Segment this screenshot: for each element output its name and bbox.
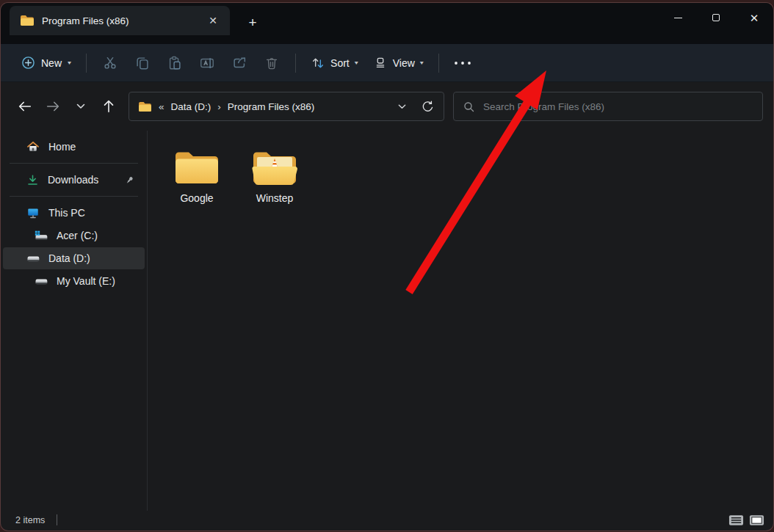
delete-button[interactable] [256,50,288,76]
close-tab-icon[interactable]: ✕ [203,11,223,30]
sidebar-item-label: My Vault (E:) [57,275,115,287]
breadcrumb-separator-icon: › [217,101,221,112]
status-divider [57,514,57,525]
toolbar-separator [438,54,439,73]
file-list: Google Winstep [148,131,773,511]
paste-button[interactable] [159,50,191,76]
titlebar: Program Files (x86) ✕ + ✕ [1,3,773,44]
item-count: 2 items [15,515,45,525]
pin-icon [124,175,135,186]
view-button[interactable]: View ▾ [366,50,431,76]
toolbar-separator [295,54,296,73]
sidebar-item-my-vault-e[interactable]: My Vault (E:) [3,270,145,292]
sort-button[interactable]: Sort ▾ [303,50,366,76]
monitor-icon [26,206,40,220]
up-arrow-icon [101,98,117,114]
chevron-down-icon: ▾ [68,59,71,66]
address-dropdown-icon[interactable] [397,102,407,112]
forward-button[interactable] [39,93,67,120]
share-button[interactable] [223,50,256,76]
scissors-icon [102,55,118,71]
copy-button[interactable] [126,50,159,76]
address-bar[interactable]: « Data (D:) › Program Files (x86) [129,92,444,121]
search-box[interactable] [453,92,763,121]
sidebar-item-this-pc[interactable]: This PC [3,202,145,224]
minimize-button[interactable] [659,3,697,32]
forward-arrow-icon [45,98,61,114]
close-icon: ✕ [750,12,759,23]
trash-icon [264,55,280,71]
windows-drive-icon [34,230,48,242]
sidebar-separator [10,163,138,164]
status-bar: 2 items [1,511,773,531]
explorer-tab[interactable]: Program Files (x86) ✕ [10,6,230,35]
see-more-button[interactable] [446,50,479,76]
sort-label: Sort [330,57,350,69]
sidebar: Home Downloads [1,131,148,511]
folder-tile-winstep[interactable]: Winstep [246,149,303,204]
back-arrow-icon [17,98,33,114]
download-icon [26,173,40,187]
view-icon [373,56,388,70]
toolbar-separator [86,54,87,73]
clipboard-icon [167,55,183,71]
chevron-down-icon [76,101,86,112]
search-icon [463,101,475,113]
recent-locations-button[interactable] [67,93,95,120]
folder-icon [138,101,152,112]
sidebar-item-home[interactable]: Home [3,136,145,158]
close-window-button[interactable]: ✕ [735,3,773,32]
closed-folder-icon [173,149,220,187]
search-input[interactable] [483,101,753,112]
refresh-icon[interactable] [421,100,435,114]
copy-icon [134,55,151,71]
sidebar-item-label: Acer (C:) [57,230,98,241]
up-button[interactable] [95,93,123,120]
new-tab-button[interactable]: + [240,12,265,34]
sidebar-item-downloads[interactable]: Downloads [3,169,145,191]
view-label: View [393,57,415,69]
folder-name: Google [180,192,213,204]
share-icon [231,55,247,71]
file-explorer-window: Program Files (x86) ✕ + ✕ New ▾ [1,3,773,531]
drive-icon [26,252,40,265]
see-more-icon [454,61,471,65]
sidebar-item-data-d[interactable]: Data (D:) [3,247,145,269]
rename-button[interactable] [191,50,223,76]
maximize-icon [712,14,720,21]
folder-name: Winstep [256,192,294,204]
open-folder-cone-icon [251,149,298,187]
home-icon [26,140,40,154]
breadcrumb-collapse[interactable]: « [159,101,164,112]
sidebar-separator [10,196,138,197]
new-button[interactable]: New ▾ [14,50,79,76]
details-view-icon[interactable] [728,514,744,526]
sidebar-item-label: Downloads [48,174,98,186]
folder-tile-google[interactable]: Google [168,149,225,204]
folder-icon [20,15,35,26]
large-icons-view-icon[interactable] [749,514,764,526]
view-toggles [728,514,764,526]
window-controls: ✕ [659,3,773,32]
chevron-down-icon: ▾ [420,59,424,66]
new-button-label: New [41,57,62,69]
navigation-bar: « Data (D:) › Program Files (x86) [1,82,773,131]
cut-button[interactable] [94,50,126,76]
breadcrumb-item-program-files[interactable]: Program Files (x86) [228,101,315,112]
drive-icon [34,275,48,288]
sidebar-item-label: This PC [48,207,85,219]
breadcrumb-item-data-d[interactable]: Data (D:) [171,101,211,112]
sidebar-item-label: Home [48,141,76,153]
plus-circle-icon [21,56,35,70]
rename-icon [199,55,215,71]
minimize-icon [674,18,682,18]
maximize-button[interactable] [697,3,735,32]
sidebar-item-acer-c[interactable]: Acer (C:) [3,225,145,247]
command-bar: New ▾ [1,44,773,82]
explorer-body: Home Downloads [1,131,773,511]
sort-icon [311,56,325,70]
chevron-down-icon: ▾ [355,59,358,66]
back-button[interactable] [11,93,39,120]
tab-title: Program Files (x86) [42,15,196,26]
sidebar-item-label: Data (D:) [48,252,90,264]
